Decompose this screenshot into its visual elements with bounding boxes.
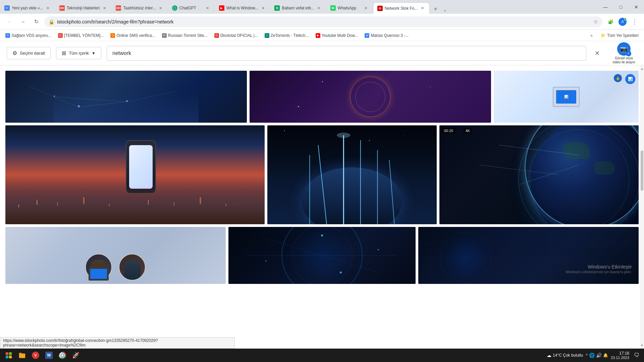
- tab-close-5[interactable]: ✕: [260, 5, 266, 11]
- image-cell-7[interactable]: [5, 227, 226, 284]
- taskbar-word[interactable]: W: [43, 349, 55, 361]
- image-cell-2[interactable]: [250, 71, 491, 123]
- search-clear-button[interactable]: ✕: [592, 48, 602, 59]
- bookmark-label-2: [TEMBEL YÖNTEM]...: [64, 33, 104, 38]
- tab-new-post[interactable]: ✏ Yeni yazı ekle «... ✕: [0, 2, 55, 14]
- tab-istock[interactable]: iS Network Stok Fo... ✕: [373, 2, 430, 14]
- svg-rect-39: [9, 352, 12, 355]
- main-content: ⚙ Seçimi daralt ⊞ Tüm içerik ▼ network ✕…: [0, 41, 644, 349]
- notification-tray-icon[interactable]: 🔔: [603, 353, 608, 358]
- image-cell-9[interactable]: Windows'u Etkinleştir Windows'u etkinleş…: [418, 227, 639, 284]
- forward-button[interactable]: →: [17, 16, 28, 27]
- taskbar-vivaldi[interactable]: V: [30, 349, 42, 361]
- taskbar-file-explorer[interactable]: [16, 349, 28, 361]
- image-cell-6[interactable]: 00:20 4K: [439, 125, 639, 224]
- image-cell-4[interactable]: [5, 125, 265, 224]
- tab-close-3[interactable]: ✕: [158, 5, 163, 11]
- tab-whatsapp[interactable]: W WhatsApp ✕: [326, 2, 373, 14]
- tab-close-8[interactable]: ✕: [420, 6, 425, 11]
- maximize-button[interactable]: □: [613, 0, 629, 14]
- tab-favicon-6: B: [274, 5, 280, 11]
- bookmark-8[interactable]: M Matías Queroso 3 -...: [362, 32, 411, 39]
- start-button[interactable]: [3, 349, 15, 361]
- bookmark-7[interactable]: ▶ Youtube Multi Dow...: [313, 32, 361, 39]
- close-button[interactable]: ✕: [629, 0, 644, 14]
- profile-button[interactable]: A: [617, 16, 628, 27]
- image-cell-5[interactable]: [267, 125, 437, 224]
- svg-rect-11: [174, 202, 174, 205]
- visual-search-button[interactable]: 📷 + Görsel veya video ile arayın: [610, 42, 637, 64]
- taskbar-rocket[interactable]: 🚀: [70, 349, 82, 361]
- svg-rect-38: [6, 352, 8, 355]
- tab-chatgpt[interactable]: ⬡ ChatGPT ✕: [168, 2, 215, 14]
- scrollbar-up-arrow[interactable]: ▲: [640, 67, 644, 71]
- bookmark-icon-5: D: [214, 33, 219, 38]
- bookmark-1[interactable]: S Sağlam VDS anyoru...: [3, 32, 54, 39]
- tab-youtube[interactable]: ▶ What is Window... ✕: [215, 2, 270, 14]
- tab-close-2[interactable]: ✕: [102, 5, 107, 11]
- tab-dropdown-button[interactable]: ⌄: [442, 6, 448, 14]
- new-tab-button[interactable]: +: [431, 4, 440, 14]
- url-bar[interactable]: 🔒 istockphoto.com/tr/search/2/image-film…: [44, 16, 602, 27]
- bookmarks-folder[interactable]: 📁 Tüm Yer İşaretleri: [598, 32, 641, 39]
- settings-button[interactable]: ⋮: [629, 16, 640, 27]
- scrollbar-down-arrow[interactable]: ▼: [640, 343, 644, 347]
- image-cell-1[interactable]: [5, 71, 247, 123]
- tab-teknoloji[interactable]: DH Teknoloji Haberleri ✕: [55, 2, 112, 14]
- tab-close-1[interactable]: ✕: [45, 5, 51, 11]
- grid-icon: ⊞: [62, 50, 66, 56]
- scrollbar-thumb[interactable]: [641, 150, 643, 191]
- tab-title-6: Babam vefat etti...: [282, 6, 314, 10]
- tray-chevron[interactable]: ^: [586, 353, 588, 358]
- sphere-glow: [288, 227, 356, 284]
- star3: [369, 140, 370, 141]
- image-cell-8[interactable]: [228, 227, 416, 284]
- tab-babam[interactable]: B Babam vefat etti... ✕: [270, 2, 326, 14]
- bookmark-4[interactable]: R Russian Torrent Site...: [159, 32, 210, 39]
- windows-activate-subtitle: Windows'u etkinleştirmek için Ayarlar'a …: [566, 270, 632, 274]
- refresh-button[interactable]: ↻: [31, 16, 42, 27]
- system-clock[interactable]: 17:18 23.11.2023: [611, 351, 629, 360]
- svg-point-31: [377, 249, 379, 250]
- bookmark-2[interactable]: [T] [TEMBEL YÖNTEM]...: [55, 32, 107, 39]
- city-lights-svg: [5, 175, 265, 225]
- bookmark-icon-8: M: [365, 33, 369, 38]
- tab-taahhut[interactable]: DH Taahhütsüz inter... ✕: [111, 2, 167, 14]
- digital-globe-inner: [355, 82, 385, 112]
- clock-date: 23.11.2023: [611, 356, 629, 360]
- network-tray-icon[interactable]: 🌐: [589, 353, 595, 358]
- filter-button[interactable]: ⚙ Seçimi daralt: [7, 47, 51, 59]
- bookmark-5[interactable]: D Divxtotal OFICIAL |...: [212, 32, 261, 39]
- image-cell-3[interactable]: 📊 📊 🔒: [494, 71, 639, 123]
- status-tooltip: https://www.istockphoto.com/tr/fotoğraf/…: [0, 337, 235, 349]
- content-type-selector[interactable]: ⊞ Tüm içerik ▼: [56, 47, 101, 59]
- search-bar[interactable]: network: [107, 46, 586, 61]
- windows-start-icon: [5, 352, 12, 359]
- sound-tray-icon[interactable]: 🔊: [596, 353, 602, 358]
- particle3: [298, 106, 299, 107]
- address-actions: 🧩 A ⋮: [605, 16, 640, 27]
- bookmark-label-8: Matías Queroso 3 -...: [371, 33, 409, 38]
- svg-rect-6: [37, 199, 38, 204]
- tab-close-6[interactable]: ✕: [316, 5, 322, 11]
- laptop-shape: [89, 267, 109, 281]
- minimize-button[interactable]: —: [598, 0, 613, 14]
- tab-close-4[interactable]: ✕: [205, 5, 210, 11]
- svg-rect-41: [9, 356, 12, 358]
- tab-close-7[interactable]: ✕: [363, 5, 369, 11]
- weather-widget[interactable]: ☁ 14°C Çok bulutlu: [547, 353, 583, 358]
- notification-center-button[interactable]: 🗨: [632, 351, 641, 360]
- bookmark-star-icon[interactable]: ☆: [593, 18, 598, 25]
- bookmark-6[interactable]: Z ZeTorrents - Téléch...: [262, 32, 312, 39]
- image-row-1: 📊 📊 🔒: [5, 71, 639, 123]
- extensions-button[interactable]: 🧩: [605, 16, 616, 27]
- bookmarks-more-button[interactable]: »: [588, 32, 595, 39]
- url-text: istockphoto.com/tr/search/2/image-film?p…: [57, 19, 591, 24]
- taskbar-chrome[interactable]: [56, 349, 68, 361]
- tab-favicon-8: iS: [377, 6, 383, 11]
- scrollbar-track[interactable]: ▲ ▼: [640, 65, 644, 349]
- bookmark-3[interactable]: O Online SMS verifica...: [108, 32, 158, 39]
- tabs-container: ✏ Yeni yazı ekle «... ✕ DH Teknoloji Hab…: [0, 0, 598, 14]
- status-url-text: https://www.istockphoto.com/tr/fotoğraf/…: [3, 338, 158, 348]
- back-button[interactable]: ←: [4, 16, 15, 27]
